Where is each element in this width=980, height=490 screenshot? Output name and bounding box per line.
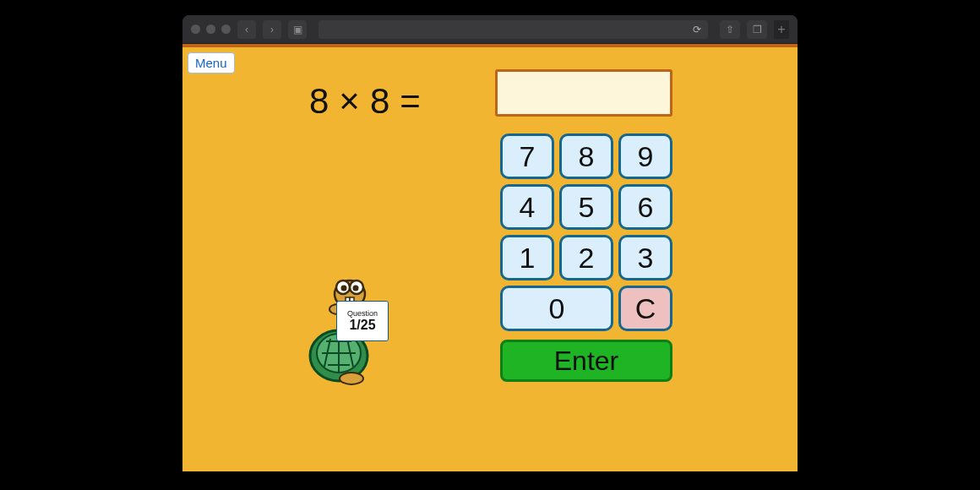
forward-button[interactable]: › [263,20,281,39]
operand-b: 8 [370,81,391,122]
sidebar-button[interactable]: ▣ [288,20,307,39]
key-4[interactable]: 4 [500,184,554,230]
address-bar[interactable]: ⟳ [318,20,708,39]
mascot-turtle: Question 1/25 [301,275,402,385]
titlebar: ‹ › ▣ ⟳ ⇧ ❐ + [182,15,798,44]
svg-point-5 [341,286,347,291]
operator: × [339,81,362,122]
key-8[interactable]: 8 [559,133,613,179]
key-6[interactable]: 6 [618,184,672,230]
app-page: Menu 8 × 8 = 7 8 9 4 5 6 1 2 3 [182,44,798,471]
key-7[interactable]: 7 [500,133,554,179]
operand-a: 8 [309,81,330,122]
window-controls[interactable] [191,24,231,34]
back-button[interactable]: ‹ [237,20,256,39]
svg-point-6 [353,286,359,291]
key-3[interactable]: 3 [618,235,672,280]
close-dot[interactable] [191,24,200,34]
equation-display: 8 × 8 = [309,81,422,122]
answer-input[interactable] [495,69,672,117]
enter-button[interactable]: Enter [500,340,672,382]
reload-icon[interactable]: ⟳ [693,24,701,35]
key-0[interactable]: 0 [500,286,613,331]
minimize-dot[interactable] [206,24,215,34]
new-tab-button[interactable]: + [774,20,789,39]
progress-label: Question [347,309,378,318]
svg-point-11 [340,373,363,384]
key-clear[interactable]: C [618,286,672,331]
key-2[interactable]: 2 [559,235,613,280]
menu-button[interactable]: Menu [188,52,235,74]
key-9[interactable]: 9 [618,133,672,179]
keypad: 7 8 9 4 5 6 1 2 3 0 C Enter [500,133,674,382]
browser-window: ‹ › ▣ ⟳ ⇧ ❐ + Menu 8 × 8 = 7 8 9 4 5 [182,15,798,471]
tabs-button[interactable]: ❐ [747,20,767,39]
progress-value: 1/25 [349,318,375,333]
share-button[interactable]: ⇧ [720,20,740,39]
zoom-dot[interactable] [221,24,231,34]
equals-sign: = [400,81,422,122]
key-5[interactable]: 5 [559,184,613,230]
progress-card: Question 1/25 [336,301,389,341]
key-1[interactable]: 1 [500,235,554,280]
